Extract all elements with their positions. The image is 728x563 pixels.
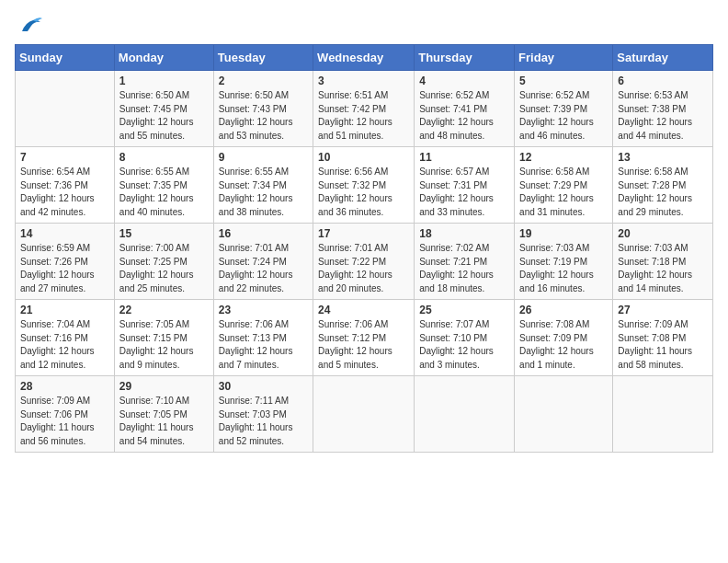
calendar-cell: 14Sunrise: 6:59 AMSunset: 7:26 PMDayligh… [16, 224, 115, 300]
calendar-cell: 17Sunrise: 7:01 AMSunset: 7:22 PMDayligh… [313, 224, 415, 300]
calendar-cell [313, 376, 415, 453]
day-info: Sunrise: 7:09 AMSunset: 7:06 PMDaylight:… [20, 395, 109, 448]
day-number: 26 [519, 304, 608, 316]
calendar-cell: 30Sunrise: 7:11 AMSunset: 7:03 PMDayligh… [213, 376, 313, 453]
day-info: Sunrise: 7:06 AMSunset: 7:13 PMDaylight:… [219, 318, 308, 372]
day-info: Sunrise: 6:58 AMSunset: 7:28 PMDaylight:… [618, 166, 708, 219]
day-number: 4 [419, 75, 509, 87]
weekday-header-row: SundayMondayTuesdayWednesdayThursdayFrid… [16, 45, 713, 71]
day-number: 1 [119, 75, 209, 87]
calendar-cell: 20Sunrise: 7:03 AMSunset: 7:18 PMDayligh… [613, 224, 713, 300]
calendar-cell: 9Sunrise: 6:55 AMSunset: 7:34 PMDaylight… [213, 147, 313, 224]
day-info: Sunrise: 6:55 AMSunset: 7:35 PMDaylight:… [119, 166, 209, 219]
day-info: Sunrise: 6:58 AMSunset: 7:29 PMDaylight:… [519, 166, 608, 219]
calendar-cell: 21Sunrise: 7:04 AMSunset: 7:16 PMDayligh… [16, 300, 115, 376]
weekday-header-thursday: Thursday [415, 45, 515, 71]
calendar-week-4: 21Sunrise: 7:04 AMSunset: 7:16 PMDayligh… [16, 300, 713, 376]
calendar-week-1: 1Sunrise: 6:50 AMSunset: 7:45 PMDaylight… [16, 71, 713, 147]
header [15, 15, 713, 37]
calendar-cell: 13Sunrise: 6:58 AMSunset: 7:28 PMDayligh… [613, 147, 713, 224]
day-number: 23 [219, 304, 308, 316]
calendar-cell: 3Sunrise: 6:51 AMSunset: 7:42 PMDaylight… [313, 71, 415, 147]
logo [15, 15, 42, 37]
weekday-header-friday: Friday [515, 45, 613, 71]
day-info: Sunrise: 6:51 AMSunset: 7:42 PMDaylight:… [318, 89, 409, 143]
calendar-cell: 27Sunrise: 7:09 AMSunset: 7:08 PMDayligh… [613, 300, 713, 376]
day-number: 29 [119, 380, 209, 393]
day-info: Sunrise: 6:52 AMSunset: 7:41 PMDaylight:… [419, 89, 509, 143]
day-number: 17 [318, 227, 409, 240]
calendar-cell: 7Sunrise: 6:54 AMSunset: 7:36 PMDaylight… [16, 147, 115, 224]
calendar-cell [16, 71, 115, 147]
calendar-cell [415, 376, 515, 453]
calendar-cell: 16Sunrise: 7:01 AMSunset: 7:24 PMDayligh… [213, 224, 313, 300]
day-number: 10 [318, 151, 409, 164]
day-number: 20 [618, 227, 708, 240]
calendar-week-2: 7Sunrise: 6:54 AMSunset: 7:36 PMDaylight… [16, 147, 713, 224]
calendar-table: SundayMondayTuesdayWednesdayThursdayFrid… [15, 44, 713, 453]
day-info: Sunrise: 7:01 AMSunset: 7:24 PMDaylight:… [219, 242, 308, 295]
day-number: 5 [519, 75, 608, 87]
day-number: 3 [318, 75, 409, 87]
day-info: Sunrise: 7:07 AMSunset: 7:10 PMDaylight:… [419, 318, 509, 372]
calendar-cell: 5Sunrise: 6:52 AMSunset: 7:39 PMDaylight… [515, 71, 613, 147]
day-info: Sunrise: 7:11 AMSunset: 7:03 PMDaylight:… [219, 395, 308, 448]
day-number: 16 [219, 227, 308, 240]
day-info: Sunrise: 6:50 AMSunset: 7:43 PMDaylight:… [219, 89, 308, 143]
weekday-header-tuesday: Tuesday [213, 45, 313, 71]
day-info: Sunrise: 6:50 AMSunset: 7:45 PMDaylight:… [119, 89, 209, 143]
day-info: Sunrise: 6:57 AMSunset: 7:31 PMDaylight:… [419, 166, 509, 219]
logo-bird-icon [17, 15, 42, 37]
weekday-header-monday: Monday [114, 45, 213, 71]
day-number: 19 [519, 227, 608, 240]
calendar-body: 1Sunrise: 6:50 AMSunset: 7:45 PMDaylight… [16, 71, 713, 453]
day-number: 24 [318, 304, 409, 316]
day-number: 15 [119, 227, 209, 240]
day-number: 9 [219, 151, 308, 164]
calendar-cell: 1Sunrise: 6:50 AMSunset: 7:45 PMDaylight… [114, 71, 213, 147]
day-number: 11 [419, 151, 509, 164]
day-info: Sunrise: 7:03 AMSunset: 7:18 PMDaylight:… [618, 242, 708, 295]
day-number: 22 [119, 304, 209, 316]
calendar-cell: 25Sunrise: 7:07 AMSunset: 7:10 PMDayligh… [415, 300, 515, 376]
day-info: Sunrise: 7:09 AMSunset: 7:08 PMDaylight:… [618, 318, 708, 372]
calendar-cell: 29Sunrise: 7:10 AMSunset: 7:05 PMDayligh… [114, 376, 213, 453]
calendar-cell: 12Sunrise: 6:58 AMSunset: 7:29 PMDayligh… [515, 147, 613, 224]
calendar-cell: 22Sunrise: 7:05 AMSunset: 7:15 PMDayligh… [114, 300, 213, 376]
weekday-header-wednesday: Wednesday [313, 45, 415, 71]
calendar-cell: 2Sunrise: 6:50 AMSunset: 7:43 PMDaylight… [213, 71, 313, 147]
calendar-cell: 23Sunrise: 7:06 AMSunset: 7:13 PMDayligh… [213, 300, 313, 376]
calendar-cell: 6Sunrise: 6:53 AMSunset: 7:38 PMDaylight… [613, 71, 713, 147]
calendar-cell: 8Sunrise: 6:55 AMSunset: 7:35 PMDaylight… [114, 147, 213, 224]
day-number: 28 [20, 380, 109, 393]
calendar-cell: 11Sunrise: 6:57 AMSunset: 7:31 PMDayligh… [415, 147, 515, 224]
day-number: 30 [219, 380, 308, 393]
day-info: Sunrise: 7:01 AMSunset: 7:22 PMDaylight:… [318, 242, 409, 295]
calendar-cell: 26Sunrise: 7:08 AMSunset: 7:09 PMDayligh… [515, 300, 613, 376]
calendar-cell [515, 376, 613, 453]
day-info: Sunrise: 6:55 AMSunset: 7:34 PMDaylight:… [219, 166, 308, 219]
calendar-cell [613, 376, 713, 453]
weekday-header-sunday: Sunday [16, 45, 115, 71]
day-info: Sunrise: 7:02 AMSunset: 7:21 PMDaylight:… [419, 242, 509, 295]
day-number: 21 [20, 304, 109, 316]
day-info: Sunrise: 7:05 AMSunset: 7:15 PMDaylight:… [119, 318, 209, 372]
day-info: Sunrise: 6:56 AMSunset: 7:32 PMDaylight:… [318, 166, 409, 219]
day-info: Sunrise: 6:59 AMSunset: 7:26 PMDaylight:… [20, 242, 109, 295]
day-info: Sunrise: 7:06 AMSunset: 7:12 PMDaylight:… [318, 318, 409, 372]
day-info: Sunrise: 6:53 AMSunset: 7:38 PMDaylight:… [618, 89, 708, 143]
calendar-week-3: 14Sunrise: 6:59 AMSunset: 7:26 PMDayligh… [16, 224, 713, 300]
day-number: 6 [618, 75, 708, 87]
day-number: 2 [219, 75, 308, 87]
day-info: Sunrise: 6:52 AMSunset: 7:39 PMDaylight:… [519, 89, 608, 143]
day-info: Sunrise: 7:04 AMSunset: 7:16 PMDaylight:… [20, 318, 109, 372]
day-info: Sunrise: 7:08 AMSunset: 7:09 PMDaylight:… [519, 318, 608, 372]
calendar-cell: 19Sunrise: 7:03 AMSunset: 7:19 PMDayligh… [515, 224, 613, 300]
day-number: 27 [618, 304, 708, 316]
day-info: Sunrise: 7:00 AMSunset: 7:25 PMDaylight:… [119, 242, 209, 295]
calendar-cell: 18Sunrise: 7:02 AMSunset: 7:21 PMDayligh… [415, 224, 515, 300]
day-number: 12 [519, 151, 608, 164]
weekday-header-saturday: Saturday [613, 45, 713, 71]
day-number: 13 [618, 151, 708, 164]
calendar-cell: 4Sunrise: 6:52 AMSunset: 7:41 PMDaylight… [415, 71, 515, 147]
